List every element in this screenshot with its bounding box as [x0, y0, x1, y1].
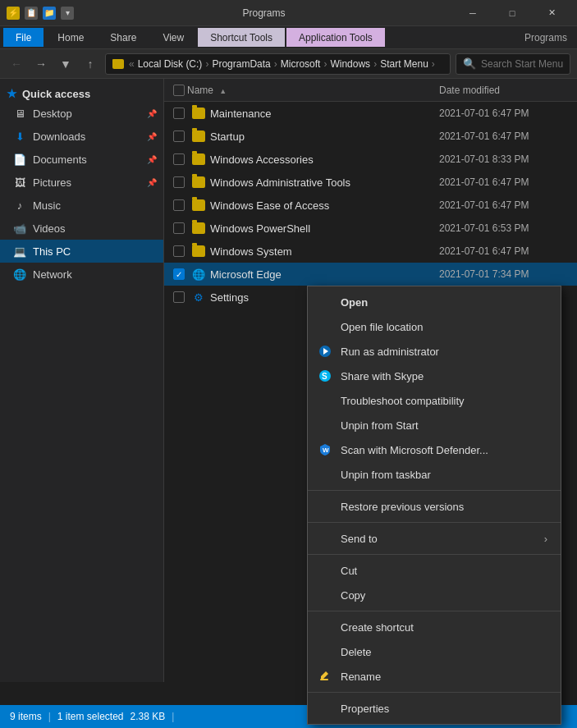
ctx-share-skype[interactable]: S Share with Skype — [308, 364, 561, 388]
ctx-troubleshoot[interactable]: Troubleshoot compatibility — [308, 388, 561, 413]
file-date-startup: 2021-07-01 6:47 PM — [439, 130, 570, 142]
ctx-rename-label: Rename — [341, 671, 381, 683]
sidebar-item-videos[interactable]: 📹 Videos — [0, 217, 163, 240]
sort-arrow: ▲ — [219, 87, 227, 95]
ctx-rename[interactable]: Rename — [308, 664, 561, 689]
delete-icon — [318, 644, 332, 659]
tab-view[interactable]: View — [150, 28, 196, 47]
ctx-open-label: Open — [341, 296, 368, 309]
quick-access-section[interactable]: ★ Quick access — [0, 82, 163, 102]
ctx-delete-label: Delete — [341, 646, 372, 658]
search-icon: 🔍 — [463, 57, 476, 70]
ctx-send-to-label: Send to — [341, 533, 378, 545]
sidebar-item-downloads[interactable]: ⬇ Downloads 📌 — [0, 125, 163, 148]
recent-locations-button[interactable]: ▼ — [56, 54, 76, 74]
file-checkbox[interactable] — [173, 199, 185, 211]
pictures-label: Pictures — [33, 176, 71, 189]
title-text: Programs — [74, 7, 454, 19]
checkbox-cell — [171, 222, 187, 234]
checkbox-cell — [171, 130, 187, 142]
ctx-copy[interactable]: Copy — [308, 583, 561, 607]
sidebar-item-pictures[interactable]: 🖼 Pictures 📌 — [0, 171, 163, 194]
search-input[interactable] — [481, 58, 563, 70]
up-button[interactable]: ↑ — [80, 54, 100, 74]
sidebar-item-documents[interactable]: 📄 Documents 📌 — [0, 148, 163, 171]
checkbox-cell — [171, 153, 187, 165]
path-local-disk[interactable]: Local Disk (C:) — [138, 58, 203, 70]
address-path[interactable]: « Local Disk (C:) › ProgramData › Micros… — [105, 53, 451, 75]
ctx-divider-2 — [308, 522, 561, 523]
sidebar-item-desktop[interactable]: 🖥 Desktop 📌 — [0, 102, 163, 125]
quick-access-icon: ⚡ — [7, 7, 20, 20]
open-icon — [318, 295, 332, 309]
sidebar-item-this-pc[interactable]: 💻 This PC — [0, 240, 163, 263]
ctx-open-location[interactable]: Open file location — [308, 314, 561, 339]
file-checkbox-checked[interactable]: ✓ — [173, 268, 185, 280]
this-pc-icon: 💻 — [13, 245, 26, 258]
pin-icon-documents: 📌 — [147, 155, 157, 164]
ctx-send-to[interactable]: Send to › — [308, 526, 561, 551]
ctx-restore-label: Restore previous versions — [341, 501, 464, 513]
open-location-icon — [318, 319, 332, 334]
file-item-startup[interactable]: Startup 2021-07-01 6:47 PM — [164, 125, 577, 148]
ctx-restore-versions[interactable]: Restore previous versions — [308, 494, 561, 519]
file-date-powershell: 2021-07-01 6:53 PM — [439, 222, 570, 234]
file-item-admin-tools[interactable]: Windows Administrative Tools 2021-07-01 … — [164, 171, 577, 194]
tab-application-tools[interactable]: Application Tools — [286, 28, 385, 47]
file-checkbox[interactable] — [173, 245, 185, 257]
ctx-create-shortcut[interactable]: Create shortcut — [308, 615, 561, 639]
tab-home[interactable]: Home — [45, 28, 96, 47]
ctx-divider-5 — [308, 692, 561, 693]
path-programdata[interactable]: ProgramData — [212, 58, 270, 70]
file-checkbox[interactable] — [173, 153, 185, 165]
unpin-start-icon — [318, 418, 332, 433]
checkbox-cell — [171, 291, 187, 303]
path-start-menu[interactable]: Start Menu — [380, 58, 428, 70]
col-date-header[interactable]: Date modified — [439, 85, 570, 96]
search-box[interactable]: 🔍 — [456, 53, 570, 75]
back-button[interactable]: ← — [7, 54, 26, 74]
ctx-unpin-start[interactable]: Unpin from Start — [308, 413, 561, 437]
minimize-button[interactable]: ─ — [454, 0, 492, 26]
ctx-open[interactable]: Open — [308, 290, 561, 314]
ctx-run-admin[interactable]: Run as administrator — [308, 339, 561, 364]
file-item-powershell[interactable]: Windows PowerShell 2021-07-01 6:53 PM — [164, 217, 577, 240]
ctx-run-admin-label: Run as administrator — [341, 346, 439, 358]
file-checkbox[interactable] — [173, 222, 185, 234]
path-windows[interactable]: Windows — [330, 58, 370, 70]
file-item-ease-access[interactable]: Windows Ease of Access 2021-07-01 6:47 P… — [164, 194, 577, 217]
tab-file[interactable]: File — [3, 28, 44, 47]
file-checkbox[interactable] — [173, 291, 185, 303]
tab-shortcut-tools[interactable]: Shortcut Tools — [198, 28, 285, 47]
path-microsoft[interactable]: Microsoft — [281, 58, 321, 70]
forward-button[interactable]: → — [31, 54, 51, 74]
file-checkbox[interactable] — [173, 176, 185, 188]
file-item-win-system[interactable]: Windows System 2021-07-01 6:47 PM — [164, 240, 577, 263]
file-item-win-accessories[interactable]: Windows Accessories 2021-07-01 8:33 PM — [164, 148, 577, 171]
file-checkbox[interactable] — [173, 130, 185, 142]
rename-icon — [318, 669, 332, 684]
maximize-button[interactable]: □ — [493, 0, 531, 26]
file-item-edge[interactable]: ✓ 🌐 Microsoft Edge 2021-07-01 7:34 PM — [164, 263, 577, 286]
sidebar-item-music[interactable]: ♪ Music — [0, 194, 163, 217]
header-checkbox[interactable] — [173, 85, 185, 96]
status-sep2: | — [172, 711, 174, 722]
file-checkbox[interactable] — [173, 108, 185, 119]
title-bar: ⚡ 📋 📁 ▾ Programs ─ □ ✕ — [0, 0, 577, 26]
sidebar-item-network[interactable]: 🌐 Network — [0, 263, 163, 286]
ctx-cut[interactable]: Cut — [308, 558, 561, 583]
svg-text:W: W — [323, 446, 329, 454]
ctx-scan-defender[interactable]: W Scan with Microsoft Defender... — [308, 437, 561, 462]
clipboard-icon: 📋 — [25, 7, 38, 20]
col-name-header[interactable]: Name ▲ — [187, 85, 439, 96]
edge-icon: 🌐 — [192, 268, 205, 281]
ctx-delete[interactable]: Delete — [308, 639, 561, 664]
selected-count: 1 item selected — [57, 711, 124, 722]
close-button[interactable]: ✕ — [533, 0, 570, 26]
ctx-unpin-taskbar[interactable]: Unpin from taskbar — [308, 462, 561, 487]
tab-share[interactable]: Share — [98, 28, 149, 47]
ctx-copy-label: Copy — [341, 589, 365, 602]
send-to-icon — [318, 531, 332, 546]
ctx-properties[interactable]: Properties — [308, 696, 561, 721]
file-item-maintenance[interactable]: Maintenance 2021-07-01 6:47 PM — [164, 102, 577, 125]
